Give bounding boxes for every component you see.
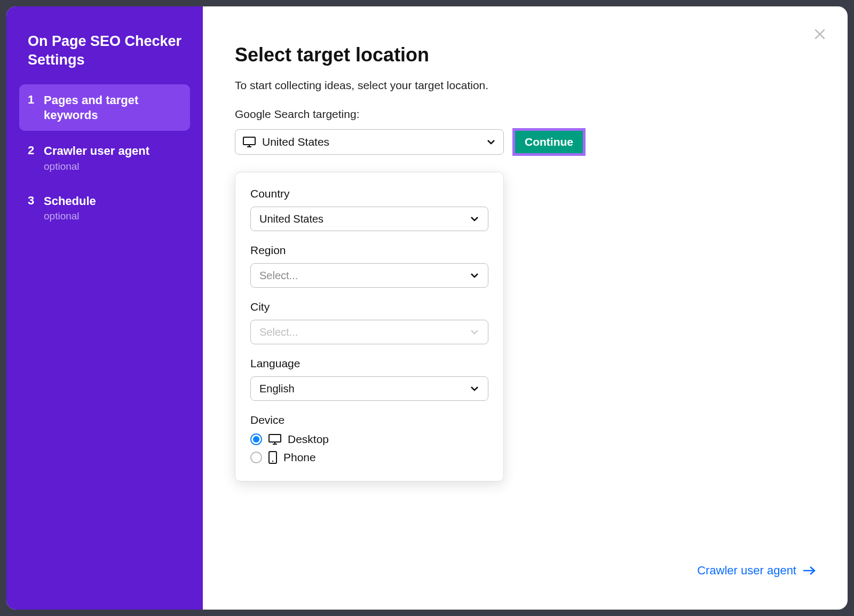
page-subtitle: To start collecting ideas, select your t… [235,79,816,92]
svg-rect-2 [243,137,255,145]
step-label: Pages and target keywords [44,93,181,122]
device-option-phone[interactable]: Phone [250,451,488,464]
chevron-down-icon [470,327,479,337]
radio-checked-icon [250,433,262,445]
device-desktop-label: Desktop [288,433,329,446]
close-icon [813,27,827,41]
continue-button[interactable]: Continue [515,131,583,153]
country-label: Country [250,187,488,200]
footer-link-label: Crawler user agent [697,564,796,578]
step-number: 2 [28,144,36,157]
step-label: Schedule [44,194,96,209]
region-select[interactable]: Select... [250,263,488,288]
step-schedule[interactable]: 3 Schedule optional [19,185,190,231]
chevron-down-icon [470,384,479,393]
device-phone-label: Phone [283,451,316,464]
step-crawler-agent[interactable]: 2 Crawler user agent optional [19,135,190,181]
language-value: English [259,383,295,395]
close-button[interactable] [809,23,831,45]
step-optional: optional [44,210,96,222]
city-placeholder: Select... [259,326,298,338]
arrow-right-icon [803,566,816,575]
settings-modal: On Page SEO Checker Settings 1 Pages and… [6,6,848,610]
continue-highlight: Continue [512,128,586,156]
location-dropdown: Country United States Region Select... C… [235,172,504,481]
chevron-down-icon [470,271,479,280]
google-targeting-label: Google Search targeting: [235,108,816,121]
chevron-down-icon [470,214,479,224]
language-select[interactable]: English [250,376,488,401]
sidebar: On Page SEO Checker Settings 1 Pages and… [6,6,203,610]
sidebar-title: On Page SEO Checker Settings [19,32,190,69]
step-pages-keywords[interactable]: 1 Pages and target keywords [19,84,190,131]
svg-rect-5 [269,435,281,442]
continue-label: Continue [525,136,573,148]
monitor-icon [268,434,281,445]
chevron-down-icon [486,137,496,147]
svg-point-9 [272,461,273,462]
location-select[interactable]: United States [235,129,504,155]
country-value: United States [259,213,323,225]
region-placeholder: Select... [259,270,298,282]
page-title: Select target location [235,44,816,66]
step-number: 3 [28,194,36,208]
location-value: United States [262,136,480,148]
monitor-icon [243,137,256,147]
step-number: 1 [28,93,36,107]
radio-unchecked-icon [250,452,262,463]
language-label: Language [250,357,488,370]
step-optional: optional [44,161,149,172]
next-step-link[interactable]: Crawler user agent [697,564,816,578]
main-panel: Select target location To start collecti… [203,6,848,610]
region-label: Region [250,244,488,257]
step-label: Crawler user agent [44,144,149,159]
phone-icon [268,451,277,464]
country-select[interactable]: United States [250,207,488,231]
city-label: City [250,301,488,313]
device-label: Device [250,414,488,427]
device-option-desktop[interactable]: Desktop [250,433,488,446]
city-select: Select... [250,320,488,344]
